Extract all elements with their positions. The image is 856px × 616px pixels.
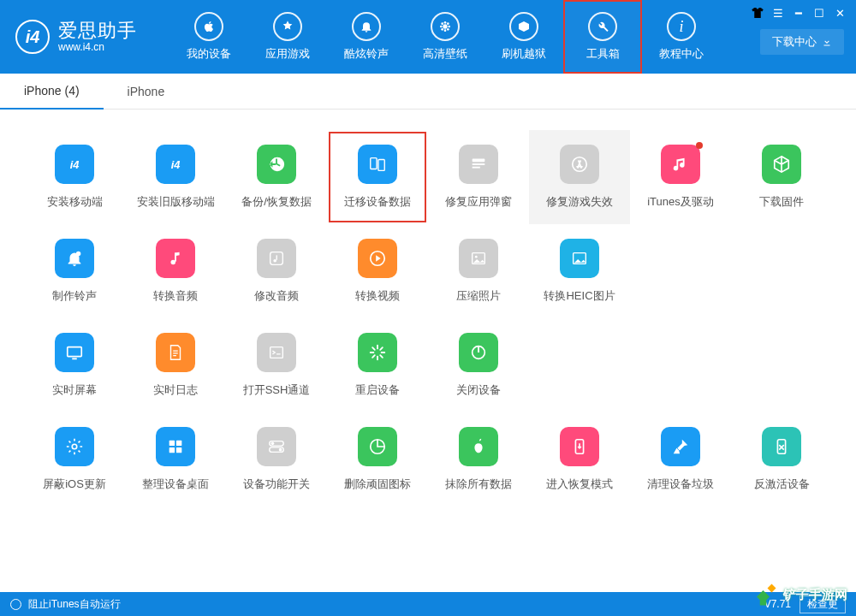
download-center-button[interactable]: 下载中心 (760, 29, 844, 55)
tool-label: 迁移设备数据 (344, 194, 411, 210)
nav-tutorial[interactable]: i教程中心 (642, 0, 721, 74)
svg-rect-22 (276, 255, 277, 260)
app-header: i4 爱思助手 www.i4.cn 我的设备应用游戏酷炫铃声高清壁纸刷机越狱工具… (0, 0, 856, 74)
tool-heic[interactable]: 转换HEIC图片 (529, 224, 630, 318)
wall-icon (431, 12, 460, 41)
broom-icon (661, 427, 700, 466)
tool-label: 实时屏幕 (52, 382, 97, 398)
tool-label: 屏蔽iOS更新 (43, 477, 106, 492)
tool-label: 修复游戏失效 (546, 194, 613, 210)
brand-url: www.i4.cn (58, 42, 137, 53)
tool-appleid[interactable]: 修复应用弹窗 (428, 130, 529, 224)
note-icon (156, 239, 195, 278)
svg-rect-29 (270, 347, 283, 358)
toolbox-icon (588, 12, 617, 41)
tool-label: 下载固件 (759, 194, 804, 210)
tool-apple[interactable]: 抹除所有数据 (428, 412, 529, 506)
music-icon (661, 145, 700, 184)
phone-x-icon (762, 427, 801, 466)
svg-rect-41 (169, 441, 175, 446)
brand-logo: i4 爱思助手 www.i4.cn (15, 20, 169, 54)
menu-icon[interactable]: ☰ (770, 5, 786, 21)
tool-label: 压缩照片 (456, 288, 501, 304)
nav-apps[interactable]: 应用游戏 (248, 0, 327, 74)
shirt-icon[interactable] (750, 5, 765, 21)
nav-wall[interactable]: 高清壁纸 (406, 0, 484, 74)
logo-circle-icon: i4 (15, 20, 50, 54)
block-itunes-label: 阻止iTunes自动运行 (28, 597, 121, 612)
svg-point-5 (441, 22, 443, 25)
svg-rect-28 (72, 358, 77, 359)
i4-logo-icon: i4 (156, 145, 195, 184)
tool-i4-logo[interactable]: i4安装移动端 (24, 130, 125, 224)
device-icon (194, 12, 223, 41)
nav-device[interactable]: 我的设备 (169, 0, 248, 74)
nav-label: 酷炫铃声 (344, 46, 389, 62)
tool-grid[interactable]: 整理设备桌面 (125, 412, 226, 506)
svg-line-35 (380, 355, 383, 358)
svg-rect-13 (473, 159, 485, 163)
tool-label: 整理设备桌面 (142, 477, 209, 492)
tool-note-box[interactable]: 修改音频 (226, 224, 327, 318)
svg-point-8 (447, 28, 449, 31)
svg-point-25 (475, 256, 478, 258)
tool-pie[interactable]: 删除顽固图标 (327, 412, 428, 506)
tool-i4-logo[interactable]: i4安装旧版移动端 (125, 130, 226, 224)
nav-ring[interactable]: 酷炫铃声 (327, 0, 406, 74)
block-itunes-toggle[interactable]: 阻止iTunes自动运行 (10, 597, 121, 612)
nav-flash[interactable]: 刷机越狱 (484, 0, 563, 74)
close-icon[interactable]: ✕ (832, 5, 847, 21)
loading-icon (358, 333, 397, 372)
svg-point-4 (448, 26, 450, 28)
tool-power[interactable]: 关闭设备 (428, 318, 529, 412)
svg-text:i4: i4 (70, 158, 80, 171)
tool-cube[interactable]: 下载固件 (731, 130, 832, 224)
tool-toggles[interactable]: 设备功能开关 (226, 412, 327, 506)
tool-monitor[interactable]: 实时屏幕 (24, 318, 125, 412)
tool-bell[interactable]: 制作铃声 (24, 224, 125, 318)
tool-appstore[interactable]: 修复游戏失效 (529, 130, 630, 224)
tool-label: 抹除所有数据 (445, 477, 512, 492)
cube-icon (762, 145, 801, 184)
version-label: V7.71 (764, 598, 791, 610)
tool-loading[interactable]: 重启设备 (327, 318, 428, 412)
gear-icon (55, 427, 94, 466)
tool-clock-back[interactable]: 备份/恢复数据 (226, 130, 327, 224)
tool-phone-x[interactable]: 反激活设备 (731, 412, 832, 506)
maximize-icon[interactable]: ☐ (811, 5, 827, 21)
svg-point-48 (279, 448, 282, 452)
tool-doc[interactable]: 实时日志 (125, 318, 226, 412)
toggles-icon (257, 427, 296, 466)
svg-point-21 (273, 259, 276, 263)
nav-label: 应用游戏 (265, 46, 310, 62)
tool-terminal[interactable]: 打开SSH通道 (226, 318, 327, 412)
status-bar: 阻止iTunes自动运行 V7.71 检查更 (0, 592, 856, 616)
svg-rect-43 (169, 447, 175, 453)
nav-toolbox[interactable]: 工具箱 (563, 0, 642, 74)
tool-label: 安装旧版移动端 (137, 194, 215, 210)
tool-label: 进入恢复模式 (546, 477, 613, 492)
tool-phone-arrow[interactable]: 进入恢复模式 (529, 412, 630, 506)
minimize-icon[interactable]: ━ (791, 5, 806, 21)
svg-line-34 (372, 347, 375, 350)
tool-note[interactable]: 转换音频 (125, 224, 226, 318)
monitor-icon (55, 333, 94, 372)
tool-gear[interactable]: 屏蔽iOS更新 (24, 412, 125, 506)
tool-label: 打开SSH通道 (243, 382, 311, 398)
tool-devices[interactable]: 迁移设备数据 (327, 130, 428, 224)
check-update-button[interactable]: 检查更 (800, 595, 846, 613)
tool-label: 设备功能开关 (243, 477, 310, 492)
radio-off-icon (10, 599, 21, 610)
tool-photo[interactable]: 压缩照片 (428, 224, 529, 318)
tool-broom[interactable]: 清理设备垃圾 (630, 412, 731, 506)
tool-play[interactable]: 转换视频 (327, 224, 428, 318)
tab-1[interactable]: iPhone (104, 74, 189, 110)
power-icon (459, 333, 498, 372)
tutorial-icon: i (667, 12, 696, 41)
tool-music[interactable]: iTunes及驱动 (630, 130, 731, 224)
nav-label: 工具箱 (586, 46, 620, 62)
tab-0[interactable]: iPhone (4) (0, 74, 104, 110)
tool-label: 备份/恢复数据 (241, 194, 312, 210)
tool-label: 修改音频 (254, 288, 299, 304)
svg-point-17 (76, 252, 81, 257)
